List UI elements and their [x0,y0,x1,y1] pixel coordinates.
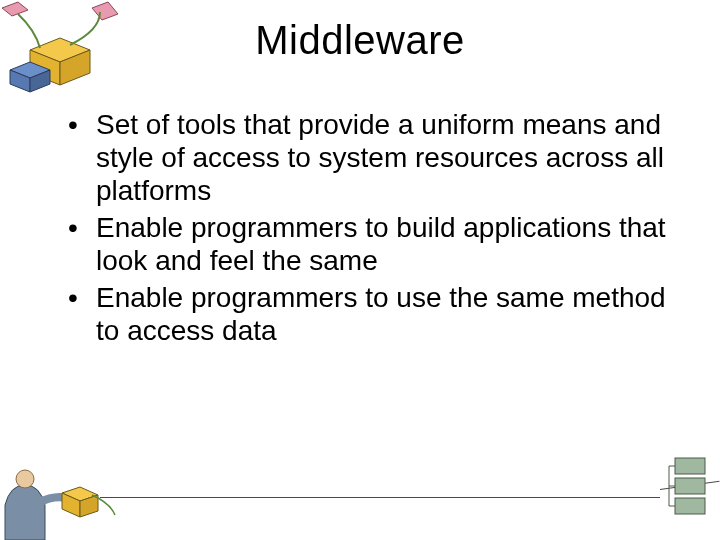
bullet-item: Enable programmers to use the same metho… [60,281,680,347]
svg-rect-14 [675,498,705,514]
svg-point-8 [16,470,34,488]
svg-marker-11 [80,495,98,517]
bullet-list: Set of tools that provide a uniform mean… [60,108,680,347]
slide-body: Set of tools that provide a uniform mean… [60,108,680,351]
decoration-bottom-left [0,465,120,540]
bullet-item: Set of tools that provide a uniform mean… [60,108,680,207]
svg-marker-3 [10,62,50,78]
svg-rect-12 [675,458,705,474]
decoration-bottom-right [661,452,716,532]
slide-title: Middleware [0,18,720,63]
svg-marker-7 [2,2,28,16]
svg-marker-9 [62,487,98,501]
bullet-item: Enable programmers to build applications… [60,211,680,277]
svg-marker-10 [62,493,80,517]
svg-marker-5 [30,70,50,92]
footer-connector-line [100,497,660,498]
svg-marker-4 [10,70,30,92]
slide: Middleware Set of tools that provide a u… [0,0,720,540]
